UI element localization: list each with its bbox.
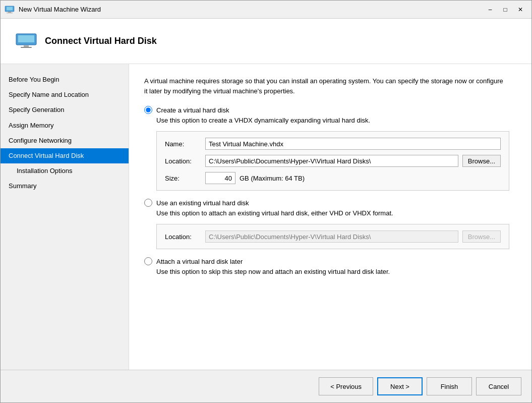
svg-rect-3 [7,13,13,13]
location-label: Location: [165,157,205,165]
svg-rect-2 [8,12,11,13]
finish-button[interactable]: Finish [427,377,472,395]
description-text: A virtual machine requires storage so th… [144,76,507,96]
cancel-button[interactable]: Cancel [476,377,521,395]
use-existing-text: Use an existing virtual hard disk [156,199,249,207]
sidebar-item-configure-networking[interactable]: Configure Networking [1,133,129,148]
create-vhd-desc: Use this option to create a VHDX dynamic… [156,116,516,125]
size-label: Size: [165,175,205,182]
window-icon [5,6,15,14]
option-create-vhd: Create a virtual hard disk Use this opti… [144,106,516,191]
option-attach-later: Attach a virtual hard disk later Use thi… [144,257,516,276]
title-bar-controls: – □ ✕ [483,4,527,15]
name-row: Name: [165,138,501,150]
sidebar-item-connect-virtual-hard-disk[interactable]: Connect Virtual Hard Disk [1,148,129,163]
size-input[interactable] [205,172,235,184]
sidebar-item-specify-generation[interactable]: Specify Generation [1,102,129,118]
sidebar-item-before-you-begin[interactable]: Before You Begin [1,72,129,87]
use-existing-desc: Use this option to attach an existing vi… [156,209,516,218]
sidebar: Before You Begin Specify Name and Locati… [1,64,129,370]
use-existing-radio[interactable] [144,199,152,207]
close-button[interactable]: ✕ [513,4,527,15]
svg-rect-5 [18,35,34,42]
content-area: Before You Begin Specify Name and Locati… [1,64,531,370]
existing-vhd-form: Location: Browse... [156,224,509,249]
location-input[interactable] [205,155,458,167]
size-row: Size: GB (Maximum: 64 TB) [165,172,501,184]
browse-button-create[interactable]: Browse... [462,155,501,167]
header-section: Connect Virtual Hard Disk [1,19,531,64]
browse-button-existing: Browse... [462,231,501,243]
name-label: Name: [165,140,205,148]
previous-button[interactable]: < Previous [319,377,373,395]
minimize-button[interactable]: – [483,4,497,15]
main-window: New Virtual Machine Wizard – □ ✕ Connect… [0,0,532,403]
attach-later-desc: Use this option to skip this step now an… [156,267,516,276]
create-vhd-text: Create a virtual hard disk [156,106,229,114]
title-bar: New Virtual Machine Wizard – □ ✕ [1,1,531,19]
title-bar-text: New Virtual Machine Wizard [19,6,483,13]
create-vhd-form: Name: Location: Browse... Size: GB (Maxi… [156,131,509,191]
existing-location-input [205,231,458,243]
sidebar-item-installation-options[interactable]: Installation Options [1,163,129,179]
sidebar-item-summary[interactable]: Summary [1,179,129,194]
create-vhd-label[interactable]: Create a virtual hard disk [144,106,516,114]
location-row: Location: Browse... [165,155,501,167]
next-button[interactable]: Next > [377,377,423,395]
size-suffix: GB (Maximum: 64 TB) [240,175,305,182]
svg-rect-1 [7,7,13,10]
existing-location-label: Location: [165,233,205,241]
name-input[interactable] [205,138,501,150]
attach-later-radio[interactable] [144,257,152,265]
create-vhd-radio[interactable] [144,106,152,114]
existing-location-row: Location: Browse... [165,231,501,243]
main-content: A virtual machine requires storage so th… [129,64,531,370]
svg-rect-7 [21,47,32,48]
attach-later-label[interactable]: Attach a virtual hard disk later [144,257,516,265]
use-existing-label[interactable]: Use an existing virtual hard disk [144,199,516,207]
option-use-existing: Use an existing virtual hard disk Use th… [144,199,516,249]
sidebar-item-specify-name-location[interactable]: Specify Name and Location [1,87,129,102]
maximize-button[interactable]: □ [498,4,512,15]
hard-disk-icon [16,33,37,49]
attach-later-text: Attach a virtual hard disk later [156,258,243,265]
page-title: Connect Virtual Hard Disk [45,36,157,46]
sidebar-item-assign-memory[interactable]: Assign Memory [1,118,129,133]
footer: < Previous Next > Finish Cancel [1,370,531,402]
